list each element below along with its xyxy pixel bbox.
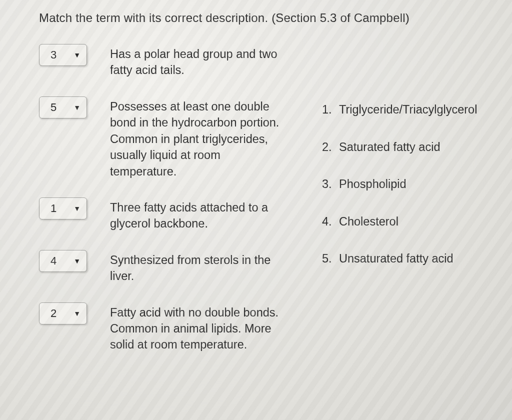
term-number: 2.	[322, 140, 339, 155]
descriptions-column: 3 ▼ Has a polar head group and two fatty…	[39, 44, 319, 353]
term-number: 4.	[322, 214, 339, 230]
description-text: Synthesized from sterols in the liver.	[110, 250, 290, 284]
answer-select[interactable]: 5 ▼	[39, 96, 87, 118]
match-row: 2 ▼ Fatty acid with no double bonds. Com…	[39, 302, 319, 353]
description-text: Three fatty acids attached to a glycerol…	[110, 198, 290, 232]
answer-select[interactable]: 1 ▼	[39, 198, 87, 220]
description-text: Has a polar head group and two fatty aci…	[110, 44, 290, 78]
term-label: Triglyceride/Triacylglycerol	[339, 102, 477, 118]
term-label: Cholesterol	[339, 214, 398, 230]
chevron-down-icon: ▼	[74, 51, 80, 59]
chevron-down-icon: ▼	[74, 204, 80, 212]
answer-select[interactable]: 4 ▼	[39, 250, 87, 272]
selected-value: 5	[50, 101, 74, 114]
term-item: 2. Saturated fatty acid	[322, 140, 477, 155]
term-number: 3.	[322, 176, 339, 192]
answer-select[interactable]: 2 ▼	[39, 302, 87, 324]
term-item: 1. Triglyceride/Triacylglycerol	[322, 102, 477, 118]
term-number: 1.	[322, 102, 339, 118]
selected-value: 3	[50, 48, 74, 62]
match-row: 3 ▼ Has a polar head group and two fatty…	[39, 44, 319, 78]
chevron-down-icon: ▼	[74, 104, 80, 112]
selected-value: 2	[50, 307, 74, 320]
match-row: 1 ▼ Three fatty acids attached to a glyc…	[39, 198, 319, 232]
terms-column: 1. Triglyceride/Triacylglycerol 2. Satur…	[322, 44, 477, 266]
columns: 3 ▼ Has a polar head group and two fatty…	[39, 44, 478, 353]
chevron-down-icon: ▼	[74, 310, 80, 318]
match-row: 4 ▼ Synthesized from sterols in the live…	[39, 250, 319, 284]
term-label: Unsaturated fatty acid	[339, 251, 454, 266]
chevron-down-icon: ▼	[74, 257, 80, 265]
matching-question: Match the term with its correct descript…	[0, 0, 512, 353]
question-instruction: Match the term with its correct descript…	[39, 11, 478, 25]
term-item: 3. Phospholipid	[322, 176, 477, 192]
term-label: Phospholipid	[339, 176, 406, 192]
terms-list: 1. Triglyceride/Triacylglycerol 2. Satur…	[322, 102, 477, 266]
match-row: 5 ▼ Possesses at least one double bond i…	[39, 96, 319, 180]
description-text: Possesses at least one double bond in th…	[110, 96, 290, 180]
term-label: Saturated fatty acid	[339, 140, 440, 155]
term-item: 4. Cholesterol	[322, 214, 477, 230]
description-text: Fatty acid with no double bonds. Common …	[110, 302, 290, 353]
selected-value: 1	[50, 202, 74, 215]
term-item: 5. Unsaturated fatty acid	[322, 251, 477, 266]
answer-select[interactable]: 3 ▼	[39, 44, 87, 66]
selected-value: 4	[50, 254, 74, 268]
term-number: 5.	[322, 251, 339, 266]
